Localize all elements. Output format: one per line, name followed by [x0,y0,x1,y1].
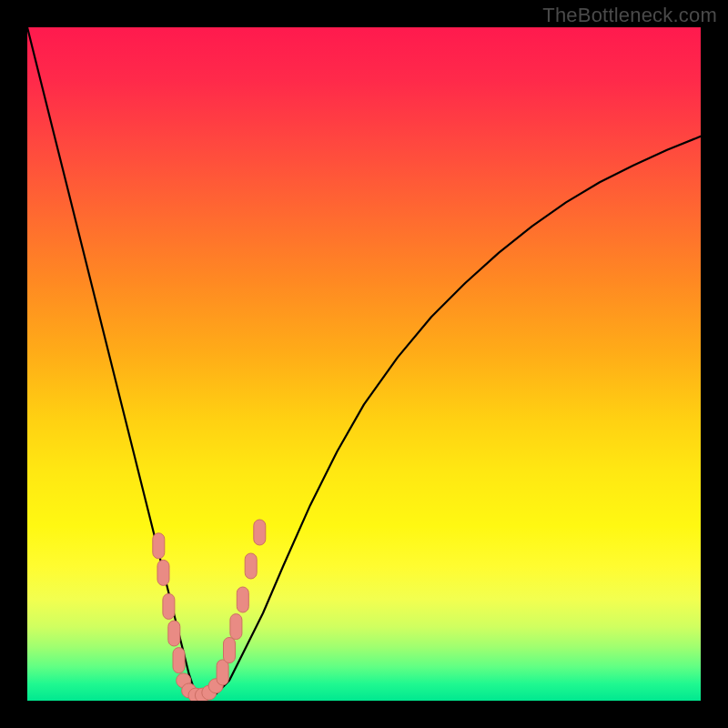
data-marker [237,587,248,612]
data-marker [224,638,236,663]
data-markers [153,520,266,701]
chart-svg [27,27,701,701]
chart-frame: TheBottleneck.com [0,0,728,728]
data-marker [254,520,266,545]
data-marker [245,553,257,579]
data-marker [168,621,180,646]
bottleneck-curve [27,27,701,697]
watermark-text: TheBottleneck.com [542,4,717,27]
data-marker [157,560,169,585]
data-marker [173,648,185,673]
data-marker [217,660,228,685]
data-marker [230,614,242,640]
data-marker [163,593,175,619]
chart-plot-area [27,27,701,701]
data-marker [153,533,165,559]
